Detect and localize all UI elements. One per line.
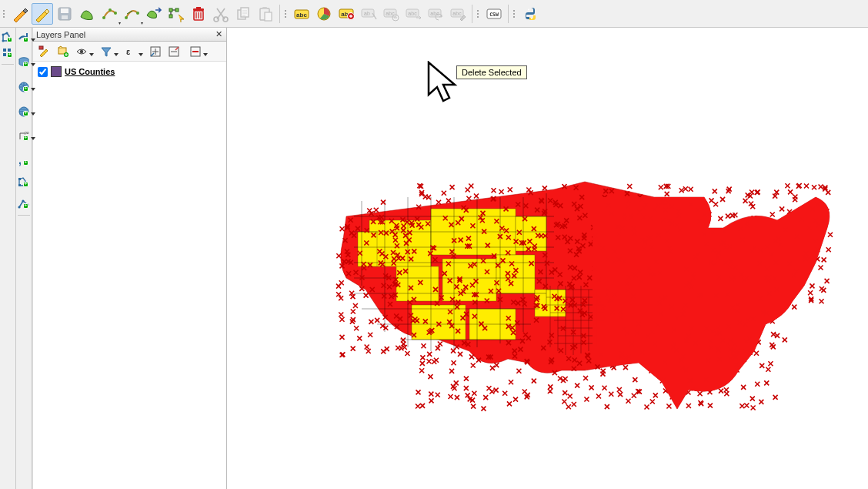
svg-rect-59 [39, 46, 43, 49]
rotate-label-button[interactable]: abc [425, 3, 446, 25]
layer-symbol-swatch [51, 66, 62, 77]
svg-text:abc: abc [296, 12, 307, 18]
svg-point-3 [102, 16, 105, 19]
tooltip-delete-selected: Delete Selected [456, 65, 527, 79]
tooltip-text: Delete Selected [462, 68, 522, 77]
node-tool-button[interactable] [165, 3, 187, 25]
copy-features-button[interactable] [232, 3, 254, 25]
show-hide-labels-button[interactable]: abc [380, 3, 402, 25]
toolbar-grip[interactable] [477, 5, 481, 23]
current-edits-button[interactable] [9, 3, 31, 25]
expression-filter-icon[interactable]: ε [122, 43, 139, 60]
svg-rect-54 [18, 184, 21, 186]
wcs-layer-icon[interactable] [17, 105, 31, 119]
layer-name-label[interactable]: US Counties [65, 67, 115, 76]
svg-rect-19 [262, 7, 267, 9]
filter-legend-icon[interactable] [98, 43, 115, 60]
svg-text:ab: ab [364, 11, 370, 16]
svg-point-15 [223, 17, 228, 22]
toggle-editing-button[interactable] [32, 3, 53, 25]
pin-unpin-labels-button[interactable]: ab [358, 3, 379, 25]
svg-rect-1 [61, 8, 68, 13]
toolbar-grip[interactable] [285, 5, 289, 23]
add-circular-string-radius-button[interactable] [121, 3, 142, 25]
left-toolbars: po , [0, 28, 32, 489]
svg-rect-10 [175, 8, 179, 12]
move-label-button[interactable]: abc [402, 3, 424, 25]
layer-visibility-checkbox[interactable] [38, 67, 48, 77]
svg-rect-74 [358, 232, 377, 266]
svg-rect-12 [193, 8, 204, 11]
add-group-icon[interactable] [55, 43, 72, 60]
virtual-layer-icon[interactable]: po [17, 129, 31, 143]
map-canvas[interactable]: Delete Selected [227, 28, 868, 489]
svg-rect-72 [412, 305, 466, 340]
new-geopackage-icon[interactable] [17, 31, 31, 45]
python-console-button[interactable] [519, 3, 541, 25]
svg-rect-47 [3, 53, 6, 56]
add-feature-button[interactable] [76, 3, 98, 25]
map-layer-us-counties [323, 155, 846, 432]
layer-row-us-counties[interactable]: US Counties [38, 65, 222, 79]
svg-point-40 [528, 8, 529, 10]
svg-point-7 [136, 12, 139, 15]
svg-text:CSW: CSW [489, 12, 499, 18]
new-shapefile-icon[interactable] [1, 31, 15, 45]
svg-point-42 [2, 40, 5, 42]
layers-panel-title: Layers Panel [36, 30, 85, 39]
svg-text:,: , [18, 155, 22, 166]
delimited-text-icon[interactable]: , [17, 154, 31, 168]
svg-text:abc: abc [408, 11, 417, 16]
svg-rect-45 [3, 49, 6, 52]
svg-text:abc: abc [430, 11, 439, 16]
svg-point-14 [214, 17, 219, 22]
wms-layer-icon[interactable] [17, 80, 31, 94]
svg-point-43 [2, 34, 5, 36]
toolbar-grip[interactable] [3, 5, 7, 23]
left-toolbar-a [0, 28, 16, 489]
delete-selected-button[interactable] [188, 3, 209, 25]
open-style-dock-icon[interactable] [36, 43, 53, 60]
top-toolbar: abc ab ab abc abc abc abc CSW [0, 0, 868, 28]
visibility-icon[interactable] [73, 43, 90, 60]
svg-point-62 [80, 49, 83, 52]
cut-features-button[interactable] [210, 3, 232, 25]
vector-line-icon[interactable] [17, 197, 31, 211]
change-label-button[interactable]: abc [447, 3, 469, 25]
svg-rect-9 [169, 8, 172, 12]
svg-point-41 [531, 18, 532, 19]
vector-layer-icon[interactable] [17, 176, 31, 189]
add-circular-string-button[interactable] [98, 3, 120, 25]
svg-rect-55 [18, 178, 21, 180]
left-toolbar-b: po , [16, 28, 32, 489]
csw-button[interactable]: CSW [483, 3, 505, 25]
layer-diagram-button[interactable] [313, 3, 335, 25]
new-spatialite-icon[interactable] [1, 46, 15, 60]
layer-labeling-button[interactable]: abc [291, 3, 312, 25]
svg-rect-13 [196, 7, 201, 8]
svg-point-44 [6, 32, 8, 35]
collapse-all-icon[interactable] [165, 43, 182, 60]
toolbar-grip[interactable] [513, 5, 517, 23]
layers-panel-toolbar: ε [33, 42, 226, 62]
expand-all-icon[interactable] [147, 43, 164, 60]
layers-panel-close-icon[interactable]: ✕ [213, 29, 225, 40]
layers-tree[interactable]: US Counties [33, 62, 226, 489]
layers-panel-titlebar[interactable]: Layers Panel ✕ [33, 28, 226, 42]
svg-rect-69 [396, 266, 439, 301]
remove-layer-icon[interactable] [187, 43, 204, 60]
svg-rect-8 [169, 15, 172, 18]
svg-rect-2 [62, 15, 68, 19]
highlight-pinned-button[interactable]: ab [336, 3, 357, 25]
paste-features-button[interactable] [255, 3, 276, 25]
db-layer-icon[interactable] [17, 55, 31, 69]
move-feature-button[interactable] [143, 3, 165, 25]
svg-text:abc: abc [452, 11, 462, 16]
layers-panel: Layers Panel ✕ ε [32, 28, 227, 489]
svg-text:ε: ε [126, 47, 131, 56]
svg-point-4 [108, 8, 112, 12]
svg-point-5 [114, 12, 117, 15]
svg-point-56 [18, 206, 20, 208]
svg-point-6 [125, 16, 128, 19]
save-layer-edits-button[interactable] [54, 3, 75, 25]
